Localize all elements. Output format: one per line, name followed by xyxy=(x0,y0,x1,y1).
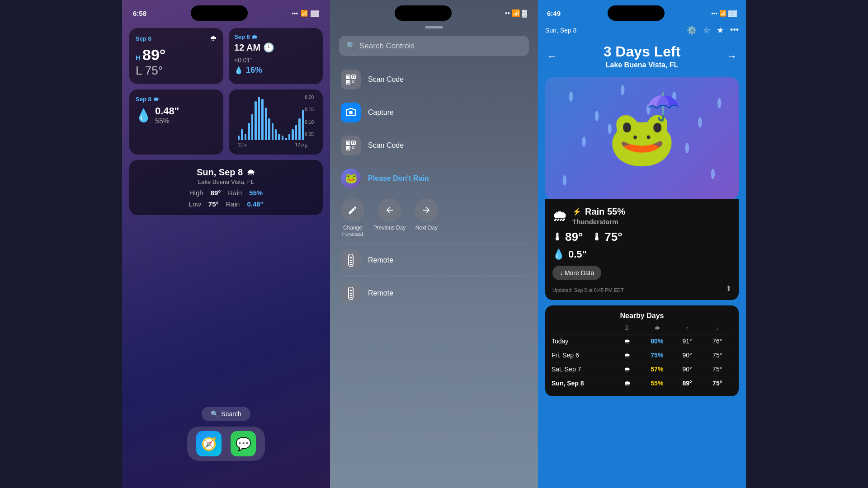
s3-rain-amount-row: 💧 0.5" xyxy=(552,249,731,260)
nearby-sat-icon: 🌧 xyxy=(612,366,642,373)
nearby-sat-high: 90° xyxy=(672,366,703,373)
status-time-1: 6:58 xyxy=(133,9,146,17)
w5-location: Lake Buena Vista, FL xyxy=(137,178,316,185)
s3-prev-arrow[interactable]: ← xyxy=(547,51,557,62)
s3-temp-row: 🌡 89° 🌡 75° xyxy=(552,230,731,244)
homescreen: 6:58 ▪▪▪ 📶 ▓▓ Sep 8 🌧 H 89° L 75° xyxy=(122,0,330,488)
svg-rect-19 xyxy=(354,146,354,147)
svg-point-35 xyxy=(621,85,625,95)
controls-panel: ▪▪ 📶 ▓ 🔍 Search Controls xyxy=(330,0,538,488)
chart-bar-6 xyxy=(258,97,260,140)
nearby-col-day xyxy=(552,324,612,331)
remote-icon-1 xyxy=(341,250,361,270)
messages-app-icon[interactable]: 💬 xyxy=(231,431,256,456)
chart-bar-18 xyxy=(298,118,300,140)
svg-point-33 xyxy=(569,91,573,102)
please-dont-rain-item[interactable]: 🐸 Please Don't Rain xyxy=(330,162,538,195)
svg-point-38 xyxy=(698,117,702,127)
nearby-col-up: ↑ xyxy=(672,324,703,331)
nearby-col-cal: 🗓 xyxy=(612,324,642,331)
nearby-sat-pct: 57% xyxy=(642,366,672,373)
nearby-row-sat: Sat, Sep 7 🌧 57% 90° 75° xyxy=(552,362,732,376)
scan-code-icon-1 xyxy=(341,70,361,89)
w2-time: 12 AM 🕛 xyxy=(234,42,274,53)
s3-high-temp-val: 89° xyxy=(565,230,583,244)
svg-rect-18 xyxy=(352,146,353,147)
scan-code-item-1[interactable]: Scan Code xyxy=(330,63,538,96)
previous-day-group: Previous Day xyxy=(373,198,406,231)
s3-thermometer-down-icon: 🌡 xyxy=(592,231,602,243)
more-icon[interactable]: ••• xyxy=(730,25,739,35)
widget-chart[interactable]: 0.20 0.15 0.10 0.05 0 12 a 12 p xyxy=(229,89,323,155)
chart-bar-3 xyxy=(248,123,250,140)
status-bar-2: ▪▪ 📶 ▓ xyxy=(330,0,538,21)
remote-item-2[interactable]: Remote xyxy=(330,277,538,310)
chart-x-labels: 12 a 12 p xyxy=(238,142,304,147)
nearby-today-high: 91° xyxy=(672,338,703,345)
settings-icon[interactable]: ⚙️ xyxy=(687,25,697,35)
search-pill-label: Search xyxy=(221,410,241,418)
chart-bar-7 xyxy=(261,99,263,140)
search-controls-bar[interactable]: 🔍 Search Controls xyxy=(339,36,529,56)
w1-low-temp: 75° xyxy=(145,64,163,77)
w3-amount: 0.48" xyxy=(155,105,179,117)
scan-code-item-2[interactable]: Scan Code xyxy=(330,129,538,162)
svg-rect-20 xyxy=(352,148,353,149)
svg-rect-9 xyxy=(354,82,354,83)
nearby-sat-label: Sat, Sep 7 xyxy=(552,366,612,373)
w3-main: 💧 0.48" 55% xyxy=(136,105,217,125)
widget-weather-summary[interactable]: Sun, Sep 8 🌧 Lake Buena Vista, FL High 8… xyxy=(129,160,323,215)
messages-icon-symbol: 💬 xyxy=(236,436,251,451)
widget-weather-hl[interactable]: Sep 8 🌧 H 89° L 75° xyxy=(129,28,223,84)
star-icon[interactable]: ★ xyxy=(717,25,724,35)
next-day-btn[interactable] xyxy=(415,198,438,222)
search-pill-icon: 🔍 xyxy=(211,410,218,418)
wifi-icon-1: ▪▪▪ xyxy=(292,10,298,17)
chart-bar-15 xyxy=(288,134,290,140)
nearby-fri-low: 75° xyxy=(702,352,732,359)
svg-point-40 xyxy=(582,136,586,147)
change-forecast-btn[interactable] xyxy=(341,198,364,222)
chart-bar-13 xyxy=(282,136,283,140)
bookmark-icon[interactable]: ☆ xyxy=(703,25,710,35)
s3-next-arrow[interactable]: → xyxy=(727,51,737,62)
nearby-fri-icon: 🌧 xyxy=(612,352,642,359)
remote-header-item[interactable]: Remote xyxy=(330,244,538,277)
svg-point-39 xyxy=(717,98,722,108)
nearby-sat-low: 75° xyxy=(702,366,732,373)
search-pill[interactable]: 🔍 Search xyxy=(202,407,250,421)
scan-code-label-2: Scan Code xyxy=(368,141,404,150)
s3-rain-amount-val: 0.5" xyxy=(568,249,587,260)
chart-bars xyxy=(234,97,317,140)
more-data-button[interactable]: ↓ More Data xyxy=(552,266,601,280)
widget-rain-amount[interactable]: Sep 8 🌧 💧 0.48" 55% xyxy=(129,89,223,155)
dynamic-island-3 xyxy=(608,5,665,21)
svg-rect-7 xyxy=(354,80,354,81)
s3-high-temp: 🌡 89° xyxy=(552,230,583,244)
previous-day-label: Previous Day xyxy=(373,225,406,231)
forecast-controls-row: ChangeForecast Previous Day Next D xyxy=(330,195,538,244)
widget-night-weather[interactable]: Sep 8 🌧 12 AM 🕛 <0.01" 💧16% xyxy=(229,28,323,84)
nearby-sun-icon: 🌧 xyxy=(612,380,642,387)
s3-low-temp-val: 75° xyxy=(604,230,622,244)
app-dock: 🧭 💬 xyxy=(187,427,265,461)
w5-icon: 🌧 xyxy=(246,167,255,178)
s3-weather-info: 🌧 ⚡ Rain 55% Thunderstorm 🌡 89° 🌡 75° xyxy=(545,199,739,300)
dynamic-island-1 xyxy=(191,5,248,21)
svg-rect-27 xyxy=(350,264,352,265)
svg-rect-1 xyxy=(347,76,349,78)
w1-h-label: H 89° xyxy=(136,46,217,64)
s3-share-icon[interactable]: ⬆ xyxy=(726,284,731,293)
search-controls-placeholder: Search Controls xyxy=(359,42,415,51)
chart-bar-5 xyxy=(255,101,256,140)
s3-thermometer-up-icon: 🌡 xyxy=(552,231,562,243)
svg-rect-8 xyxy=(352,82,353,83)
s3-nearby-header: 🗓 🌧 ↑ ↓ xyxy=(552,324,732,334)
change-forecast-label: ChangeForecast xyxy=(342,225,363,237)
previous-day-btn[interactable] xyxy=(378,198,401,222)
s3-rain-pct: Rain 55% xyxy=(585,206,625,217)
safari-app-icon[interactable]: 🧭 xyxy=(196,431,222,456)
battery-icon-1: ▓▓ xyxy=(311,10,319,17)
s3-toolbar-icons: ⚙️ ☆ ★ ••• xyxy=(687,25,739,35)
capture-item[interactable]: Capture xyxy=(330,96,538,129)
